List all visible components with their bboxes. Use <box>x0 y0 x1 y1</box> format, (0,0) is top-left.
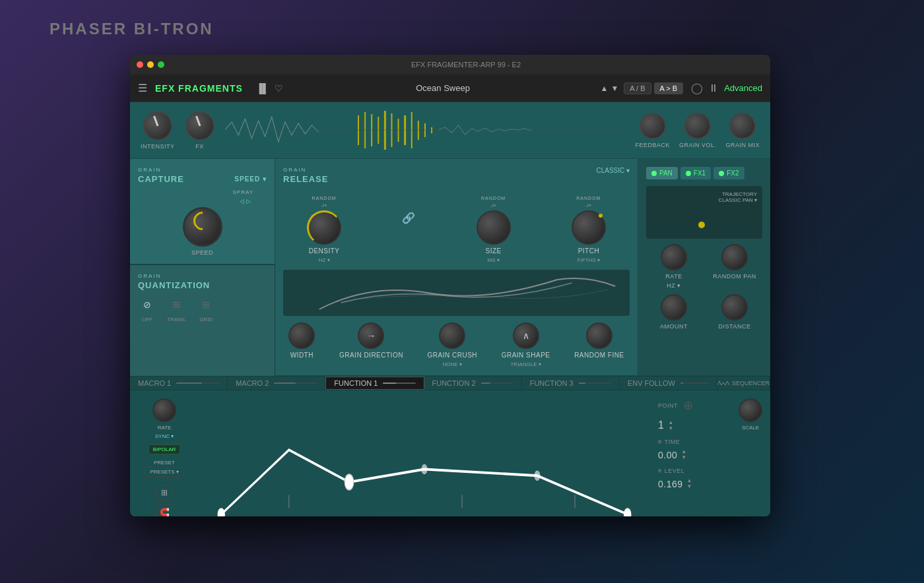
fx2-tab[interactable]: FX2 <box>713 167 744 179</box>
grid-env-icon[interactable]: ⊞ <box>156 485 172 501</box>
link-icon[interactable]: 🔗 <box>402 212 415 224</box>
size-unit[interactable]: MS ▾ <box>488 257 500 263</box>
point-down-spinner[interactable]: ▼ <box>668 426 673 431</box>
main-content: INTENSITY FX <box>130 102 770 516</box>
bipolar-button[interactable]: BIPOLAR <box>148 445 181 454</box>
time-up-spinner[interactable]: ▲ <box>681 449 686 454</box>
traffic-light-red[interactable] <box>137 61 143 68</box>
pitch-knob[interactable] <box>572 210 606 245</box>
header-bar: ☰ EFX FRAGMENTS ▐▌ ♡ Ocean Sweep ▲ ▼ A /… <box>130 75 770 102</box>
grain-vol-label: GRAIN VOL. <box>679 142 717 148</box>
traffic-light-green[interactable] <box>158 61 164 68</box>
ab-copy-button[interactable]: A > B <box>654 82 684 94</box>
env-rate-unit[interactable]: SYNC ▾ <box>155 433 174 439</box>
release-mode-dropdown[interactable]: CLASSIC ▾ <box>596 167 630 189</box>
grain-mix-knob[interactable] <box>729 113 756 139</box>
env-rate-label: RATE <box>158 425 172 431</box>
function2-button[interactable]: FUNCTION 2 <box>424 377 522 390</box>
env-follow-button[interactable]: ENV FOLLOW <box>620 377 717 390</box>
width-knob-container: WIDTH <box>288 322 315 359</box>
pan-fx-section: PAN FX1 FX2 TRAJECTORY <box>638 159 770 376</box>
sequencer-button[interactable]: SEQUENCER <box>717 377 770 390</box>
grain-quantization-section: GRAIN QUANTIZATION ⊘ OFF ≋ TRANS. <box>130 264 275 330</box>
power-icon[interactable]: ◯ <box>691 82 703 94</box>
size-knob[interactable] <box>477 210 511 245</box>
distance-knob[interactable] <box>721 294 748 321</box>
point-panel: POINT ⊕ 1 ▲ ▼ ≡ TIME 0.00 ▲ <box>658 398 731 516</box>
pitch-label: PITCH <box>578 247 600 255</box>
envelope-controls: RATE SYNC ▾ BIPOLAR PRESET PRESETS ▾ ⊞ 🧲… <box>138 398 191 516</box>
macro2-slider[interactable] <box>274 383 317 384</box>
point-label: POINT <box>658 402 678 409</box>
rate-unit[interactable]: HZ ▾ <box>667 282 681 289</box>
level-down-spinner[interactable]: ▼ <box>687 484 692 489</box>
time-label: TIME <box>665 439 680 445</box>
traffic-light-yellow[interactable] <box>147 61 154 68</box>
grain-direction-knob-container: → GRAIN DIRECTION <box>339 322 403 359</box>
function1-slider[interactable] <box>383 383 415 384</box>
fx1-tab[interactable]: FX1 <box>680 167 711 179</box>
quant-grid-button[interactable]: ⊞ GRID <box>197 295 215 322</box>
density-knob[interactable] <box>307 210 341 245</box>
quant-off-button[interactable]: ⊘ OFF <box>138 295 156 322</box>
presets-dropdown[interactable]: PRESETS ▾ <box>145 467 183 477</box>
grain-release-header: GRAIN RELEASE CLASSIC ▾ <box>283 167 630 189</box>
env-follow-slider-fill <box>680 383 683 384</box>
library-icon[interactable]: ▐▌ <box>256 83 269 94</box>
pan-tab[interactable]: PAN <box>646 167 678 179</box>
grain-crush-unit[interactable]: NONE ▾ <box>443 361 462 367</box>
speed-knob[interactable] <box>183 207 222 247</box>
speed-dropdown[interactable]: SPEED ▾ <box>234 175 267 183</box>
fx2-power-indicator <box>719 171 724 176</box>
distance-knob-container: DISTANCE <box>707 294 762 330</box>
fx-knob[interactable] <box>185 111 214 140</box>
quant-trans-label: TRANS. <box>167 317 186 322</box>
scale-knob[interactable] <box>739 398 762 422</box>
time-down-spinner[interactable]: ▼ <box>681 455 686 460</box>
intensity-knob[interactable] <box>143 111 172 140</box>
bars-icon[interactable]: ⏸ <box>708 82 719 94</box>
next-preset-arrow[interactable]: ▼ <box>610 84 618 93</box>
function3-slider-fill <box>579 383 585 384</box>
rate-knob[interactable] <box>661 244 687 270</box>
quant-trans-button[interactable]: ≋ TRANS. <box>167 295 186 322</box>
grain-direction-knob[interactable]: → <box>358 322 384 349</box>
prev-preset-arrow[interactable]: ▲ <box>601 84 609 93</box>
macro1-button[interactable]: MACRO 1 <box>130 377 228 390</box>
grain-shape-knob[interactable]: ∧ <box>513 322 539 349</box>
feedback-knob[interactable] <box>640 113 666 139</box>
function1-button[interactable]: FUNCTION 1 <box>325 377 424 390</box>
random-pan-knob[interactable] <box>721 244 748 270</box>
magnet-env-icon[interactable]: 🧲 <box>156 505 172 516</box>
macro1-slider[interactable] <box>176 383 219 384</box>
envelope-display <box>199 398 650 516</box>
level-up-spinner[interactable]: ▲ <box>687 478 692 483</box>
size-random-label: RANDOM <box>481 196 506 200</box>
env-rate-knob[interactable] <box>152 398 176 422</box>
svg-point-19 <box>534 470 540 481</box>
random-fine-knob[interactable] <box>586 322 612 349</box>
advanced-button[interactable]: Advanced <box>724 83 762 93</box>
density-unit[interactable]: HZ ▾ <box>319 257 330 263</box>
point-up-spinner[interactable]: ▲ <box>668 420 673 425</box>
menu-icon[interactable]: ☰ <box>138 82 147 94</box>
window-title: EFX FRAGMENTER-ARP 99 - E2 <box>168 61 764 69</box>
trans-icon: ≋ <box>168 295 186 314</box>
env-follow-slider[interactable] <box>680 383 709 384</box>
width-knob[interactable] <box>288 322 315 349</box>
function3-slider[interactable] <box>579 383 611 384</box>
ab-compare-button[interactable]: A / B <box>624 82 651 94</box>
macro2-button[interactable]: MACRO 2 <box>228 377 325 390</box>
grain-vol-knob-container: GRAIN VOL. <box>679 113 717 148</box>
grain-shape-unit[interactable]: TRIANGLE ▾ <box>510 361 541 367</box>
grain-crush-knob[interactable] <box>439 322 465 349</box>
pan-position-dot <box>698 222 705 228</box>
function2-slider[interactable] <box>481 383 513 384</box>
grain-vol-knob[interactable] <box>684 113 711 139</box>
pitch-unit[interactable]: FIFTHS ▾ <box>578 257 600 263</box>
svg-rect-15 <box>199 398 650 516</box>
amount-knob[interactable] <box>661 294 687 321</box>
ab-buttons: A / B A > B <box>624 82 683 94</box>
function3-button[interactable]: FUNCTION 3 <box>522 377 620 390</box>
heart-icon[interactable]: ♡ <box>275 83 283 94</box>
